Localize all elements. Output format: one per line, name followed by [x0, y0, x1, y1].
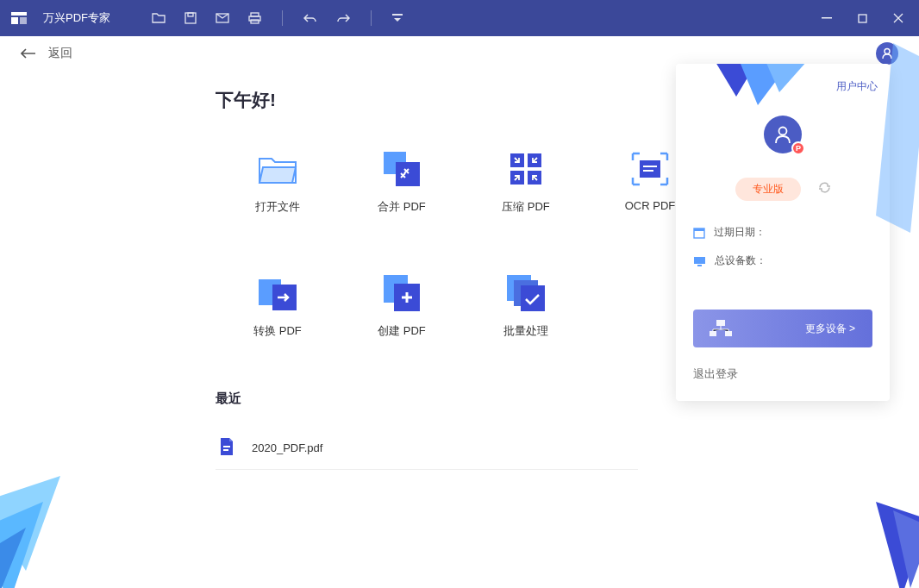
- more-devices-button[interactable]: 更多设备 >: [693, 310, 872, 347]
- back-label: 返回: [48, 46, 72, 61]
- action-convert-pdf[interactable]: 转换 PDF: [216, 275, 340, 339]
- convert-pdf-icon: [257, 275, 298, 311]
- expiry-row: 过期日期：: [693, 225, 872, 240]
- action-label: 打开文件: [255, 199, 300, 215]
- svg-rect-10: [822, 17, 832, 19]
- svg-rect-1: [11, 17, 18, 24]
- divider: [282, 10, 283, 26]
- action-label: 压缩 PDF: [502, 199, 550, 215]
- svg-rect-9: [392, 14, 403, 16]
- open-file-icon: [257, 151, 298, 187]
- divider: [371, 10, 372, 26]
- svg-rect-11: [859, 15, 866, 22]
- devices-row: 总设备数：: [693, 253, 872, 268]
- avatar-area: P: [676, 116, 890, 153]
- svg-rect-21: [643, 170, 653, 172]
- action-open-file[interactable]: 打开文件: [216, 151, 340, 215]
- minimize-button[interactable]: [822, 13, 832, 23]
- svg-rect-34: [694, 257, 705, 264]
- create-pdf-icon: [381, 275, 422, 311]
- window-controls: [822, 13, 912, 23]
- merge-pdf-icon: [381, 151, 422, 187]
- action-label: OCR PDF: [625, 199, 676, 212]
- plan-chip: 专业版: [735, 178, 801, 201]
- save-icon[interactable]: [184, 12, 197, 24]
- expiry-label: 过期日期：: [714, 225, 766, 240]
- action-label: 批量处理: [503, 323, 548, 339]
- svg-rect-0: [11, 12, 27, 16]
- arrow-left-icon: [21, 48, 36, 59]
- refresh-icon[interactable]: [818, 181, 831, 197]
- svg-rect-33: [694, 228, 704, 231]
- svg-rect-35: [697, 265, 702, 266]
- decoration-tr: [876, 43, 919, 233]
- calendar-icon: [693, 227, 705, 239]
- svg-rect-8: [251, 20, 259, 23]
- svg-rect-30: [223, 449, 228, 451]
- svg-rect-20: [643, 166, 657, 167]
- logout-button[interactable]: 退出登录: [676, 347, 890, 401]
- svg-rect-14: [396, 162, 420, 186]
- folder-icon[interactable]: [152, 12, 166, 24]
- redo-icon[interactable]: [336, 13, 350, 23]
- svg-rect-28: [521, 285, 545, 311]
- avatar[interactable]: P: [764, 116, 802, 153]
- svg-rect-38: [725, 331, 732, 336]
- titlebar: 万兴PDF专家: [0, 0, 919, 36]
- svg-rect-19: [640, 160, 660, 178]
- print-icon[interactable]: [248, 12, 261, 24]
- action-create-pdf[interactable]: 创建 PDF: [340, 275, 464, 339]
- panel-decoration: 用户中心: [676, 64, 890, 107]
- batch-icon: [505, 275, 547, 311]
- toolbar-icons: [152, 10, 403, 26]
- decoration-br: [850, 502, 919, 588]
- close-button[interactable]: [893, 13, 903, 23]
- svg-rect-2: [20, 17, 27, 24]
- monitor-icon: [693, 256, 706, 266]
- ocr-pdf-icon: [629, 151, 671, 187]
- more-devices-label: 更多设备 >: [805, 322, 855, 336]
- svg-rect-29: [223, 446, 230, 447]
- plan-row: 专业版: [676, 178, 890, 201]
- menu-dropdown-icon[interactable]: [392, 14, 403, 22]
- pdf-file-icon: [219, 438, 236, 457]
- action-batch[interactable]: 批量处理: [464, 275, 588, 339]
- file-name: 2020_PDF.pdf: [252, 441, 322, 454]
- devices-label: 总设备数：: [715, 253, 766, 268]
- undo-icon[interactable]: [303, 13, 317, 23]
- svg-rect-37: [710, 331, 716, 336]
- action-compress-pdf[interactable]: 压缩 PDF: [464, 151, 588, 215]
- back-button[interactable]: 返回: [21, 46, 72, 61]
- svg-rect-3: [185, 13, 196, 23]
- svg-point-31: [779, 128, 787, 135]
- network-icon: [709, 319, 733, 338]
- svg-rect-4: [188, 13, 193, 16]
- plan-badge: P: [791, 141, 805, 155]
- recent-section: 最近 2020_PDF.pdf: [216, 391, 919, 470]
- user-center-link[interactable]: 用户中心: [836, 79, 878, 94]
- info-block: 过期日期： 总设备数：: [676, 201, 890, 299]
- file-row[interactable]: 2020_PDF.pdf: [216, 431, 638, 470]
- mail-icon[interactable]: [216, 13, 229, 23]
- app-title: 万兴PDF专家: [43, 10, 110, 26]
- app-logo-icon: [7, 6, 31, 30]
- user-icon: [773, 125, 792, 144]
- user-panel: 用户中心 P 专业版 过期日期： 总设备数： 更多设备 > 退出登录: [676, 64, 890, 401]
- action-label: 创建 PDF: [378, 323, 426, 339]
- action-label: 合并 PDF: [378, 199, 426, 215]
- action-merge-pdf[interactable]: 合并 PDF: [340, 151, 464, 215]
- compress-pdf-icon: [505, 151, 547, 187]
- maximize-button[interactable]: [858, 14, 867, 23]
- action-label: 转换 PDF: [253, 323, 302, 339]
- decoration-bl: [0, 476, 95, 588]
- svg-rect-36: [716, 320, 725, 326]
